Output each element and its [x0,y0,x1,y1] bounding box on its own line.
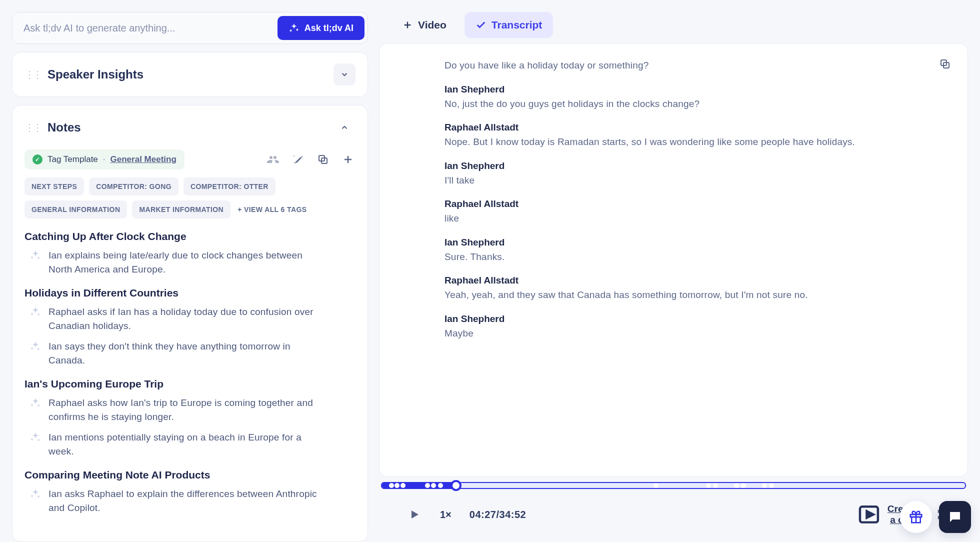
transcript-speaker: Raphael Allstadt [444,122,938,133]
transcript-speaker: Raphael Allstadt [444,198,938,210]
timeline-playhead[interactable] [450,480,462,491]
transcript-block[interactable]: Raphael AllstadtNope. But I know today i… [444,122,938,150]
transcript-speaker: Ian Shepherd [444,237,938,248]
view-all-tags-button[interactable]: + VIEW ALL 6 TAGS [236,200,308,218]
speaker-insights-panel: ⋮⋮ Speaker Insights [12,52,368,97]
ask-ai-button[interactable]: Ask tl;dv AI [278,16,364,40]
add-note-button[interactable] [340,152,356,167]
sparkle-icon [288,22,300,34]
tag-template-label: Tag Template [48,154,98,164]
notes-section-title: Catching Up After Clock Change [24,230,356,242]
transcript-block[interactable]: Raphael AllstadtYeah, yeah, and they saw… [444,275,938,302]
tag-pill[interactable]: COMPETITOR: GONG [89,178,178,196]
timeline-marker[interactable] [425,483,430,488]
timeline-marker[interactable] [654,483,658,488]
play-icon [408,508,420,520]
playback-speed[interactable]: 1× [440,509,452,520]
transcript-speaker: Ian Shepherd [444,314,938,324]
collapse-notes-button[interactable] [334,116,356,138]
transcript-text: Yeah, yeah, and they saw that Canada has… [444,288,884,302]
notes-bullet-text: Ian asks Raphael to explain the differen… [48,487,328,514]
ask-ai-input[interactable] [24,22,278,34]
speaker-insights-title: Speaker Insights [48,68,326,82]
copy-icon [317,154,329,166]
transcript-block[interactable]: Ian ShepherdNo, just the do you guys get… [444,84,938,112]
notes-section-title: Holidays in Different Countries [24,287,356,299]
transcript-text: No, just the do you guys get holidays in… [444,97,884,112]
copy-transcript-button[interactable] [938,56,952,72]
sparkle-icon [30,397,42,409]
player-controls: 1× 04:27/34:52 Create a clip [379,489,968,542]
tag-pill[interactable]: NEXT STEPS [24,178,84,196]
share-people-button[interactable] [266,152,280,167]
timeline[interactable] [381,482,966,489]
transcript-block[interactable]: Ian ShepherdSure. Thanks. [444,237,938,264]
tag-template-link[interactable]: General Meeting [110,154,176,164]
transcript-text: Maybe [444,326,884,341]
timeline-marker[interactable] [769,483,774,488]
transcript-speaker: Ian Shepherd [444,160,938,172]
timeline-marker[interactable] [734,483,739,488]
ai-magic-button[interactable] [290,152,306,167]
chevron-down-icon [340,70,349,79]
notes-bullet-text: Ian explains being late/early due to clo… [48,248,328,276]
expand-speaker-insights-button[interactable] [334,64,356,86]
tab-transcript[interactable]: Transcript [464,12,554,38]
notes-bullet[interactable]: Ian explains being late/early due to clo… [30,248,356,276]
transcript-block[interactable]: Raphael Allstadtlike [444,198,938,226]
tab-transcript-label: Transcript [492,19,542,31]
gift-fab[interactable] [900,501,932,533]
svg-marker-8 [412,510,418,518]
notes-section-title: Ian's Upcoming Europe Trip [24,378,356,390]
timeline-marker[interactable] [389,483,394,488]
transcript-panel: Do you have like a holiday today or some… [379,43,968,477]
plus-icon [342,154,354,166]
timeline-marker[interactable] [741,483,746,488]
transcript-text: like [444,212,884,226]
timeline-marker[interactable] [762,483,767,488]
notes-bullet[interactable]: Raphael asks how Ian's trip to Europe is… [30,396,356,424]
notes-title: Notes [48,120,326,134]
tag-pill[interactable]: MARKET INFORMATION [132,200,230,218]
notes-bullet[interactable]: Ian asks Raphael to explain the differen… [30,487,356,514]
notes-bullet-text: Raphael asks how Ian's trip to Europe is… [48,396,328,424]
transcript-text: Nope. But I know today is Ramadan starts… [444,135,884,150]
tag-pill[interactable]: GENERAL INFORMATION [24,200,127,218]
transcript-speaker: Ian Shepherd [444,84,938,95]
sparkle-icon [30,306,42,318]
tag-template-chip[interactable]: ✓ Tag Template · General Meeting [24,150,184,170]
transcript-lead-text[interactable]: Do you have like a holiday today or some… [444,58,884,73]
tags-row: NEXT STEPS COMPETITOR: GONG COMPETITOR: … [24,178,356,218]
transcript-speaker: Raphael Allstadt [444,275,938,286]
timeline-marker[interactable] [431,483,436,488]
timeline-marker[interactable] [438,483,443,488]
transcript-block[interactable]: Ian ShepherdI'll take [444,160,938,188]
tab-video[interactable]: Video [391,12,458,38]
timeline-marker[interactable] [400,483,406,488]
sparkle-icon [30,340,42,352]
notes-bullet[interactable]: Ian mentions potentially staying on a be… [30,430,356,458]
sparkle-icon [30,250,42,262]
tag-pill[interactable]: COMPETITOR: OTTER [184,178,276,196]
notes-bullet[interactable]: Raphael asks if Ian has a holiday today … [30,305,356,332]
check-icon [476,20,486,30]
transcript-text: I'll take [444,174,884,188]
transcript-block[interactable]: Ian ShepherdMaybe [444,314,938,341]
notes-panel: ⋮⋮ Notes ✓ Tag Template · General Meetin… [12,105,368,542]
chat-fab[interactable] [939,501,971,533]
sparkle-icon [30,432,42,444]
timeline-marker[interactable] [713,483,718,488]
timeline-marker[interactable] [706,483,711,488]
drag-handle-icon[interactable]: ⋮⋮ [24,68,40,80]
drag-handle-icon[interactable]: ⋮⋮ [24,122,40,134]
copy-notes-button[interactable] [316,152,330,167]
notes-bullet-text: Ian mentions potentially staying on a be… [48,430,328,458]
people-icon [267,154,279,166]
ask-ai-bar: Ask tl;dv AI [12,12,368,44]
sparkle-icon [30,488,42,500]
timeline-marker[interactable] [394,483,400,488]
plus-icon [402,20,413,30]
play-button[interactable] [407,507,422,522]
tab-video-label: Video [418,19,446,31]
notes-bullet[interactable]: Ian says they don't think they have anyt… [30,340,356,367]
